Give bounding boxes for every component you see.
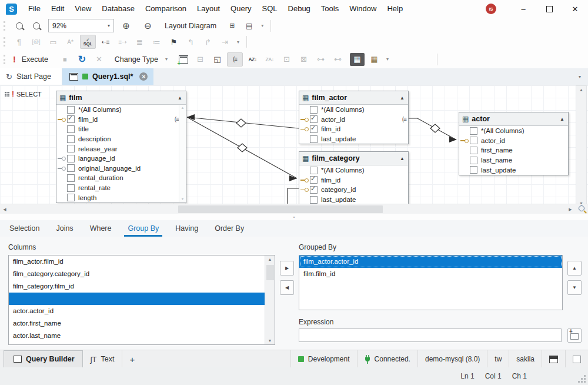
menu-tools[interactable]: Tools <box>316 0 344 18</box>
scroll-down-icon[interactable]: ▼ <box>268 338 272 343</box>
menu-comparison[interactable]: Comparison <box>140 0 192 18</box>
column-checkbox[interactable] <box>67 174 75 182</box>
column-checkbox[interactable] <box>310 167 318 174</box>
column-list-item[interactable] <box>9 293 269 305</box>
column-checkbox[interactable] <box>310 135 318 143</box>
table-column-row[interactable]: language_id <box>56 154 186 164</box>
zoom-level-combobox[interactable]: 92% ▾ <box>48 19 114 32</box>
table-header[interactable]: ▦film▲ <box>56 91 186 105</box>
database-name[interactable]: sakila <box>509 350 542 368</box>
column-list-item[interactable]: film_actor.film_id <box>9 255 269 268</box>
column-checkbox[interactable] <box>470 157 477 164</box>
unlink-icon[interactable]: ⊷ <box>330 53 345 66</box>
sort-ascending-icon[interactable]: AZ↓ <box>245 53 260 66</box>
menu-file[interactable]: File <box>23 0 46 18</box>
table-column-row[interactable]: title <box>56 124 186 134</box>
tab-text[interactable]: ʃT Text <box>83 350 122 368</box>
collapse-icon[interactable]: ▲ <box>560 117 564 122</box>
table-column-row[interactable]: actor_id <box>459 136 568 146</box>
column-list-item[interactable]: film_category.film_id <box>9 280 269 293</box>
table-column-row[interactable]: *(All Columns) <box>299 105 408 115</box>
table-column-row[interactable]: category_id <box>299 185 408 195</box>
toolbar-grip[interactable] <box>4 55 5 64</box>
refresh-icon[interactable]: ↻ <box>75 53 89 66</box>
select-node[interactable]: ! SELECT <box>5 90 42 98</box>
zoom-out-button[interactable]: ⊖ <box>141 19 155 32</box>
table-column-row[interactable]: film_id(≡ <box>56 115 186 125</box>
menu-layout[interactable]: Layout <box>192 0 225 18</box>
minimize-button[interactable]: – <box>510 0 536 18</box>
tab-group-by[interactable]: Group By <box>119 220 167 237</box>
column-checkbox[interactable] <box>67 155 75 162</box>
diagram-table-film_actor[interactable]: ▦film_actor▲*(All Columns)actor_id(≡film… <box>299 91 409 144</box>
table-column-row[interactable]: original_language_id <box>56 164 186 174</box>
grid-view-button[interactable]: ▦ <box>350 53 365 66</box>
column-checkbox[interactable] <box>67 184 75 192</box>
tab-joins[interactable]: Joins <box>48 220 81 237</box>
tab-selection[interactable]: Selection <box>1 220 48 237</box>
link-icon[interactable]: ⊶ <box>313 53 328 66</box>
tab-overflow-chevron-icon[interactable]: ▾ <box>579 74 588 79</box>
diagram-table-film_category[interactable]: ▦film_category▲*(All Columns)film_idcate… <box>299 151 409 204</box>
table-column-row[interactable]: rental_duration <box>56 173 186 183</box>
font-case-icon[interactable]: A* <box>63 35 78 48</box>
toolbar-grip[interactable] <box>4 37 5 47</box>
column-checkbox[interactable] <box>310 176 318 184</box>
table-editor-icon[interactable]: ▦ <box>367 53 382 66</box>
columns-list-scrollbar[interactable]: ▲ ▼ <box>265 255 275 344</box>
collapse-icon[interactable]: ▲ <box>178 95 182 101</box>
column-checkbox[interactable] <box>67 164 75 172</box>
scroll-up-icon[interactable]: ▲ <box>268 257 272 261</box>
add-to-group-button[interactable]: ▶ <box>280 261 294 276</box>
query-diagram-canvas[interactable]: ! SELECT ▦film▲*(All Columns)film_id(≡ti… <box>0 85 588 204</box>
expand-selection-icon[interactable]: ◱ <box>210 53 225 66</box>
table-column-row[interactable]: last_name <box>459 155 568 165</box>
execute-overflow-chevron-icon[interactable]: ▾ <box>383 57 392 62</box>
column-list-item[interactable]: actor.first_name <box>9 317 269 330</box>
diagram-table-film[interactable]: ▦film▲*(All Columns)film_id(≡titledescri… <box>56 91 186 203</box>
results-pane-icon[interactable]: ⊟ <box>193 53 208 66</box>
menu-window[interactable]: Window <box>344 0 382 18</box>
copy-results-icon[interactable]: ⊡ <box>279 53 294 66</box>
table-column-row[interactable]: rental_rate <box>56 183 186 193</box>
org-chart-layout-icon[interactable]: ⊞ <box>225 19 239 32</box>
table-column-row[interactable]: last_update <box>299 134 408 144</box>
table-column-row[interactable]: last_update <box>459 165 568 175</box>
menu-edit[interactable]: Edit <box>46 0 69 18</box>
diagram-vertical-scrollbar[interactable]: ▲ ▼ <box>576 85 587 204</box>
page-setup-icon[interactable]: ▤ <box>242 19 256 32</box>
diagram-table-actor[interactable]: ▦actor▲*(All Columns)actor_idfirst_namel… <box>459 112 569 175</box>
next-bookmark-icon[interactable]: ↱ <box>201 35 215 48</box>
column-checkbox[interactable] <box>310 186 318 194</box>
column-checkbox[interactable] <box>67 135 75 143</box>
environment-badge[interactable]: Development <box>290 350 357 368</box>
outdent-icon[interactable]: ⇠≡ <box>98 35 113 48</box>
add-view-button[interactable]: + <box>122 350 142 368</box>
scroll-up-icon[interactable]: ▲ <box>579 88 583 92</box>
table-column-row[interactable]: first_name <box>459 145 568 155</box>
column-checkbox[interactable] <box>470 166 477 174</box>
tab-start-page[interactable]: ↻ Start Page <box>0 68 62 85</box>
table-column-row[interactable]: *(All Columns) <box>56 105 186 115</box>
sql-format-button[interactable]: ✓SQL <box>80 35 96 49</box>
table-column-row[interactable]: film_id <box>299 175 408 185</box>
scroll-up-icon[interactable]: ▲ <box>181 106 185 109</box>
connection-status[interactable]: Connected. <box>357 350 417 368</box>
column-checkbox[interactable] <box>470 137 477 144</box>
user-avatar[interactable]: IS <box>486 4 496 14</box>
server-name[interactable]: demo-mysql (8.0) <box>417 350 487 368</box>
column-checkbox[interactable] <box>310 106 318 114</box>
table-column-row[interactable]: length <box>56 192 186 203</box>
column-checkbox[interactable] <box>470 127 477 135</box>
table-column-row[interactable]: actor_id(≡ <box>299 115 408 125</box>
change-type-chevron-icon[interactable]: ▾ <box>162 57 171 62</box>
pane-collapse-chevron-icon[interactable]: ⌄ <box>0 214 588 220</box>
stop-icon[interactable]: ■ <box>58 53 72 66</box>
menu-help[interactable]: Help <box>382 0 408 18</box>
table-column-row[interactable]: film_id <box>299 124 408 134</box>
scrollbar-thumb[interactable] <box>178 205 383 213</box>
move-down-button[interactable]: ▼ <box>567 280 582 295</box>
column-checkbox[interactable] <box>67 115 75 123</box>
column-checkbox[interactable] <box>310 115 318 123</box>
layout-diagram-button[interactable]: Layout Diagram <box>161 22 220 30</box>
